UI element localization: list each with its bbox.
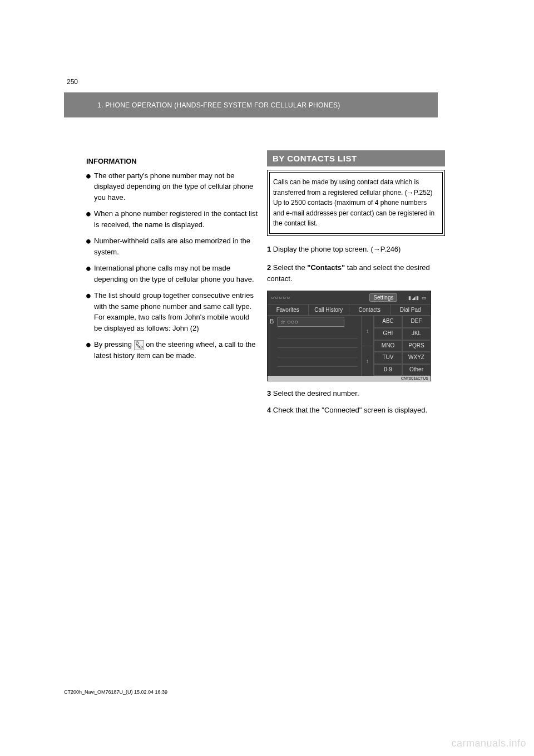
star-icon: ☆ — [280, 319, 285, 325]
step-4: 4 Check that the "Connected" screen is d… — [267, 405, 445, 416]
step-number: 1 — [267, 245, 271, 253]
step-1: 1 Display the phone top screen. (→P.246) — [267, 244, 445, 255]
info-bullet-text: International phone calls may not be mad… — [94, 263, 259, 284]
phone-body: B ☆ ○○○ ↕ ↕ ABC DEF GHI JKL MNO PQRS — [268, 316, 431, 376]
bullet-icon: ● — [86, 235, 94, 257]
info-bullet: ● International phone calls may not be m… — [86, 263, 259, 284]
bullet-icon: ● — [86, 339, 94, 361]
step-text-pre: Select the — [273, 263, 307, 272]
description-box: Calls can be made by using contact data … — [267, 170, 445, 236]
contact-name: ○○○ — [287, 318, 298, 325]
phone-titlebar: ○○○○○ Settings ▮◢▮ ▭ — [268, 291, 431, 305]
grid-tuv[interactable]: TUV — [374, 352, 402, 364]
tab-contacts[interactable]: Contacts — [349, 305, 390, 315]
phone-title: ○○○○○ — [271, 294, 369, 301]
scroll-down[interactable]: ↕ — [362, 346, 373, 376]
image-code: CNT001aCTUS — [268, 376, 431, 381]
info-bullet-text: The other party's phone number may not b… — [94, 170, 259, 203]
info-bullet-text: When a phone number registered in the co… — [94, 208, 259, 230]
section-heading-contacts: BY CONTACTS LIST — [267, 150, 445, 166]
empty-rows — [278, 329, 358, 367]
status-icons: ▮◢▮ ▭ — [408, 295, 427, 301]
alpha-section-label: B — [270, 318, 274, 325]
right-column: BY CONTACTS LIST Calls can be made by us… — [267, 150, 445, 415]
breadcrumb-text: 1. PHONE OPERATION (HANDS-FREE SYSTEM FO… — [97, 101, 340, 109]
bullet-icon: ● — [86, 208, 94, 230]
phone-screenshot: ○○○○○ Settings ▮◢▮ ▭ Favorites Call Hist… — [267, 291, 431, 381]
info-bullet: ● The other party's phone number may not… — [86, 170, 259, 203]
step-tab-name: "Contacts" — [307, 263, 345, 272]
information-heading: INFORMATION — [86, 156, 259, 167]
tab-favorites[interactable]: Favorites — [268, 305, 309, 315]
tab-call-history[interactable]: Call History — [309, 305, 350, 315]
phone-tabs: Favorites Call History Contacts Dial Pad — [268, 305, 431, 316]
grid-wxyz[interactable]: WXYZ — [402, 352, 431, 364]
bullet-icon: ● — [86, 290, 94, 333]
settings-button[interactable]: Settings — [369, 293, 397, 302]
info-bullet: ● When a phone number registered in the … — [86, 208, 259, 230]
description-text: Calls can be made by using contact data … — [273, 178, 434, 227]
step-number: 4 — [267, 406, 271, 414]
scroll-up[interactable]: ↕ — [362, 316, 373, 346]
left-column: INFORMATION ● The other party's phone nu… — [86, 156, 259, 372]
step-number: 3 — [267, 389, 271, 397]
watermark: carmanuals.info — [451, 738, 526, 749]
section-breadcrumb: 1. PHONE OPERATION (HANDS-FREE SYSTEM FO… — [64, 92, 438, 117]
bullet-icon: ● — [86, 170, 94, 203]
grid-ghi[interactable]: GHI — [374, 328, 402, 340]
step-text: Check that the "Connected" screen is dis… — [273, 406, 427, 414]
footer-print-line: CT200h_Navi_OM76187U_(U) 15.02.04 16:39 — [64, 689, 167, 695]
phone-icon — [134, 340, 144, 350]
alpha-grid: ABC DEF GHI JKL MNO PQRS TUV WXYZ 0-9 Ot… — [374, 316, 431, 376]
page-number: 250 — [67, 78, 78, 86]
grid-abc[interactable]: ABC — [374, 316, 402, 328]
info-bullet: ● Number-withheld calls are also memoriz… — [86, 235, 259, 257]
grid-def[interactable]: DEF — [402, 316, 431, 328]
grid-pqrs[interactable]: PQRS — [402, 340, 431, 352]
info-bullet-text: Number-withheld calls are also memorized… — [94, 235, 259, 257]
grid-mno[interactable]: MNO — [374, 340, 402, 352]
step-text: Display the phone top screen. (→P.246) — [273, 245, 401, 253]
step-3: 3 Select the desired number. — [267, 388, 445, 399]
info-bullet: ● By pressing on the steering wheel, a c… — [86, 339, 259, 361]
tab-dial-pad[interactable]: Dial Pad — [390, 305, 431, 315]
contact-item[interactable]: ☆ ○○○ — [278, 317, 344, 327]
grid-other[interactable]: Other — [402, 364, 431, 376]
info-bullet: ● The list should group together consecu… — [86, 290, 259, 333]
icon-bullet-pre: By pressing — [94, 340, 134, 348]
grid-jkl[interactable]: JKL — [402, 328, 431, 340]
info-bullet-text: By pressing on the steering wheel, a cal… — [94, 339, 259, 361]
step-number: 2 — [267, 263, 271, 272]
grid-0-9[interactable]: 0-9 — [374, 364, 402, 376]
contact-list: B ☆ ○○○ — [268, 316, 362, 376]
bullet-icon: ● — [86, 263, 94, 284]
info-bullet-text: The list should group together consecuti… — [94, 290, 259, 333]
step-text: Select the desired number. — [273, 389, 359, 397]
scroll-arrows: ↕ ↕ — [362, 316, 374, 376]
step-2: 2 Select the "Contacts" tab and select t… — [267, 262, 445, 284]
